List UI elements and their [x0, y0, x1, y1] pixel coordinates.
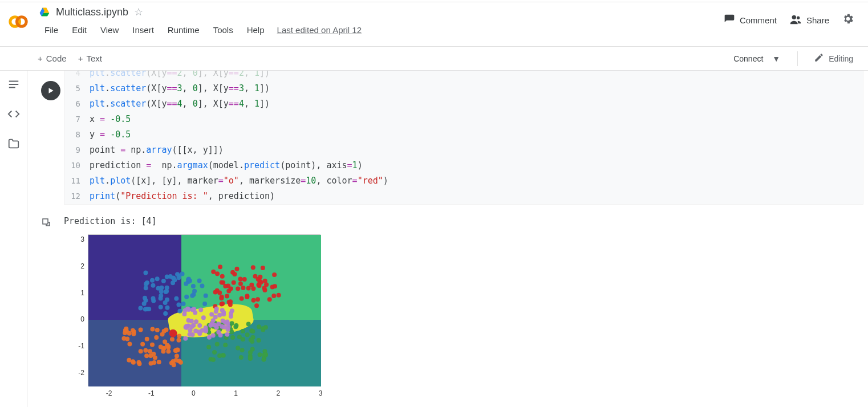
- svg-point-101: [145, 337, 149, 341]
- svg-point-170: [217, 353, 222, 358]
- code-cell[interactable]: 4plt.scatter(X[y==2, 0], X[y==2, 1]) 5pl…: [27, 71, 868, 209]
- svg-point-41: [191, 284, 196, 288]
- svg-point-191: [218, 264, 222, 269]
- svg-point-57: [163, 311, 168, 316]
- svg-point-56: [165, 286, 169, 290]
- document-title[interactable]: Multiclass.ipynb: [56, 6, 128, 18]
- svg-point-1: [17, 17, 27, 27]
- svg-point-70: [166, 349, 171, 353]
- colab-logo[interactable]: [5, 8, 32, 35]
- svg-point-5: [792, 15, 796, 19]
- svg-point-6: [797, 17, 800, 20]
- svg-point-68: [186, 277, 191, 282]
- svg-point-287: [221, 319, 225, 323]
- svg-point-168: [212, 350, 217, 355]
- menu-help[interactable]: Help: [241, 22, 270, 38]
- svg-point-307: [221, 310, 226, 315]
- svg-point-189: [251, 265, 255, 270]
- svg-point-223: [238, 277, 242, 282]
- svg-point-198: [238, 282, 243, 286]
- files-icon[interactable]: [7, 137, 21, 150]
- svg-point-58: [165, 306, 169, 310]
- svg-point-45: [145, 307, 149, 311]
- menu-insert[interactable]: Insert: [127, 22, 160, 38]
- svg-point-124: [139, 349, 143, 353]
- svg-point-126: [131, 359, 135, 364]
- svg-point-229: [211, 270, 216, 274]
- last-edited-link[interactable]: Last edited on April 12: [277, 25, 362, 35]
- connect-button[interactable]: Connect▼: [727, 51, 787, 67]
- code-editor[interactable]: 4plt.scatter(X[y==2, 0], X[y==2, 1]) 5pl…: [64, 71, 863, 205]
- svg-point-253: [198, 307, 203, 312]
- add-code-button[interactable]: +Code: [32, 50, 72, 67]
- svg-point-308: [226, 324, 230, 329]
- share-button[interactable]: Share: [789, 13, 829, 27]
- svg-point-27: [200, 283, 204, 288]
- svg-point-291: [186, 318, 190, 323]
- svg-point-62: [184, 295, 189, 299]
- svg-point-231: [272, 272, 277, 277]
- svg-point-293: [190, 324, 194, 329]
- menu-view[interactable]: View: [95, 22, 124, 38]
- menu-runtime[interactable]: Runtime: [162, 22, 205, 38]
- svg-point-137: [206, 345, 211, 349]
- svg-point-146: [230, 335, 235, 340]
- svg-point-165: [261, 357, 266, 362]
- svg-point-243: [226, 288, 231, 293]
- menu-tools[interactable]: Tools: [208, 22, 239, 38]
- menu-edit[interactable]: Edit: [66, 22, 92, 38]
- svg-point-225: [234, 267, 239, 271]
- divider: [797, 51, 798, 66]
- run-cell-button[interactable]: [41, 81, 60, 100]
- pencil-icon: [814, 52, 824, 64]
- svg-point-52: [144, 282, 148, 286]
- svg-point-302: [216, 330, 221, 335]
- svg-point-298: [220, 324, 224, 329]
- connect-label: Connect: [733, 54, 763, 63]
- toc-icon[interactable]: [7, 78, 21, 91]
- svg-point-202: [245, 294, 249, 298]
- svg-point-247: [228, 299, 233, 304]
- comment-button[interactable]: Comment: [724, 14, 777, 27]
- svg-point-217: [217, 291, 222, 295]
- svg-point-64: [161, 279, 166, 283]
- editing-label: Editing: [829, 54, 853, 63]
- svg-point-127: [132, 329, 136, 334]
- svg-point-300: [225, 320, 230, 324]
- add-text-button[interactable]: +Text: [72, 50, 108, 67]
- add-text-label: Text: [86, 54, 102, 63]
- svg-point-176: [248, 350, 253, 355]
- svg-point-273: [197, 323, 202, 328]
- svg-point-114: [140, 342, 145, 347]
- svg-point-60: [142, 302, 147, 306]
- svg-point-91: [176, 338, 181, 343]
- svg-point-167: [241, 337, 245, 341]
- svg-point-135: [257, 324, 261, 329]
- star-icon[interactable]: ☆: [134, 6, 143, 18]
- svg-point-246: [257, 282, 261, 287]
- settings-icon[interactable]: [842, 13, 854, 28]
- svg-point-59: [171, 275, 176, 280]
- svg-point-50: [150, 278, 155, 283]
- menu-file[interactable]: File: [39, 22, 64, 38]
- svg-point-286: [211, 333, 216, 337]
- svg-point-304: [188, 332, 192, 337]
- svg-point-306: [204, 325, 208, 330]
- svg-point-171: [248, 356, 253, 360]
- svg-point-213: [220, 274, 225, 279]
- svg-point-288: [229, 311, 233, 316]
- svg-point-282: [194, 319, 198, 324]
- svg-point-181: [263, 352, 268, 357]
- svg-point-276: [225, 332, 229, 337]
- code-snippets-icon[interactable]: [7, 107, 21, 121]
- svg-point-16: [144, 286, 148, 290]
- svg-point-79: [154, 335, 159, 340]
- svg-point-245: [277, 293, 281, 298]
- svg-rect-8: [43, 219, 48, 224]
- svg-point-35: [177, 309, 182, 314]
- svg-point-99: [170, 337, 175, 341]
- svg-point-187: [249, 337, 253, 342]
- output-expand-icon[interactable]: [41, 217, 52, 229]
- editing-mode-button[interactable]: Editing: [808, 49, 859, 68]
- notebook-main[interactable]: 4plt.scatter(X[y==2, 0], X[y==2, 1]) 5pl…: [27, 71, 868, 407]
